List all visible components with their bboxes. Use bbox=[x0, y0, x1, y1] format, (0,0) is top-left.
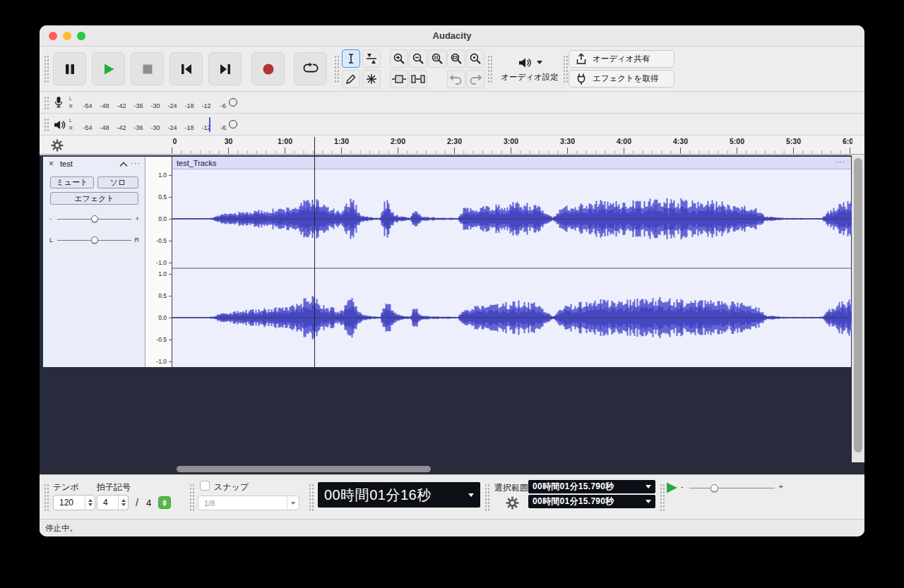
toolbar-grip[interactable] bbox=[44, 95, 49, 110]
audio-clip[interactable]: test_Tracks ··· bbox=[172, 157, 851, 367]
toolbar-grip[interactable] bbox=[189, 483, 194, 511]
track-menu-button[interactable]: ··· bbox=[131, 159, 141, 167]
clip-title-bar[interactable]: test_Tracks ··· bbox=[172, 157, 851, 169]
scale-label: 0.5 bbox=[158, 292, 167, 299]
zoom-out-button[interactable] bbox=[409, 49, 427, 68]
selection-options-button[interactable] bbox=[506, 496, 519, 510]
time-ruler[interactable]: 0301:001:302:002:303:003:304:004:305:005… bbox=[172, 136, 852, 154]
toolbar-grip[interactable] bbox=[563, 54, 568, 84]
pan-slider-thumb[interactable] bbox=[91, 236, 98, 244]
skip-to-start-button[interactable] bbox=[170, 52, 203, 85]
redo-button[interactable] bbox=[466, 70, 484, 88]
toolbar-grip[interactable] bbox=[44, 54, 49, 84]
minimize-window-button[interactable] bbox=[63, 32, 71, 40]
vertical-scrollbar-thumb[interactable] bbox=[854, 158, 862, 452]
pan-slider[interactable]: L R bbox=[47, 234, 141, 246]
close-window-button[interactable] bbox=[49, 32, 57, 40]
envelope-tool-button[interactable] bbox=[362, 49, 381, 68]
timesig-upper-spinbox[interactable]: 4 bbox=[97, 495, 129, 510]
chevron-up-icon bbox=[162, 500, 167, 503]
silence-audio-icon bbox=[411, 74, 425, 84]
audio-track[interactable]: × test ··· ミュート ソロ エフェクト - + L bbox=[42, 156, 852, 368]
toolbar-grip[interactable] bbox=[484, 483, 489, 511]
timeline-label: 30 bbox=[225, 137, 233, 145]
audacity-window: Audacity bbox=[40, 25, 864, 536]
playback-meter-toolbar[interactable]: LR -54-48-42-36-30-24-18-12-6 bbox=[40, 114, 864, 136]
speed-slider-thumb[interactable] bbox=[710, 484, 718, 492]
time-position-display[interactable]: 00時間01分16秒 bbox=[318, 482, 480, 508]
vertical-scrollbar[interactable] bbox=[852, 155, 864, 462]
play-button[interactable] bbox=[92, 52, 125, 85]
clip-name: test_Tracks bbox=[177, 159, 216, 167]
horizontal-scrollbar-thumb[interactable] bbox=[177, 466, 431, 472]
multi-tool-button[interactable] bbox=[362, 70, 381, 88]
chevron-down-icon bbox=[537, 61, 542, 64]
zoom-toggle-button[interactable] bbox=[466, 49, 484, 68]
top-toolbar: オーディオ設定 オーディオ共有 エフェクトを取得 bbox=[40, 47, 864, 92]
fit-selection-button[interactable] bbox=[428, 49, 446, 68]
undo-button[interactable] bbox=[447, 70, 465, 88]
share-audio-button[interactable]: オーディオ共有 bbox=[569, 50, 674, 68]
skip-to-end-button[interactable] bbox=[208, 52, 242, 85]
share-icon bbox=[575, 53, 588, 66]
track-collapse-button[interactable] bbox=[119, 162, 128, 167]
status-bar: 停止中。 bbox=[40, 519, 864, 536]
draw-tool-button[interactable] bbox=[342, 70, 360, 88]
audio-setup-button[interactable]: オーディオ設定 bbox=[494, 51, 565, 88]
effects-button[interactable]: エフェクト bbox=[50, 192, 138, 205]
meter-scale-label: -36 bbox=[130, 124, 147, 131]
gain-slider[interactable]: - + bbox=[47, 213, 141, 224]
tempo-spinbox[interactable]: 120 bbox=[53, 495, 95, 510]
mute-button[interactable]: ミュート bbox=[50, 176, 94, 188]
toolbar-grip[interactable] bbox=[44, 483, 49, 511]
window-title: Audacity bbox=[433, 30, 472, 41]
trim-audio-icon bbox=[392, 74, 406, 84]
meter-scale-label: -42 bbox=[113, 102, 130, 109]
snap-checkbox[interactable] bbox=[200, 481, 210, 491]
selection-tool-button[interactable] bbox=[342, 49, 360, 68]
ibeam-icon bbox=[345, 53, 357, 64]
loop-button[interactable] bbox=[294, 52, 327, 85]
timeline-label: 5:00 bbox=[730, 137, 744, 145]
stop-button[interactable] bbox=[131, 52, 164, 85]
play-at-speed-button[interactable] bbox=[664, 481, 679, 495]
gain-slider-thumb[interactable] bbox=[91, 215, 98, 222]
pause-button[interactable] bbox=[53, 52, 86, 85]
clip-menu-button[interactable]: ··· bbox=[835, 157, 845, 166]
track-name[interactable]: test bbox=[60, 160, 73, 168]
toolbar-grip[interactable] bbox=[309, 483, 314, 511]
timesig-upper-value: 4 bbox=[97, 498, 118, 508]
solo-button[interactable]: ソロ bbox=[97, 176, 138, 188]
vertical-scale-ruler[interactable]: 1.00.50.0-0.5-1.01.00.50.0-0.5-1.0 bbox=[145, 157, 172, 367]
plugin-icon bbox=[575, 73, 588, 85]
toolbar-grip[interactable] bbox=[487, 54, 492, 84]
toolbar-grip[interactable] bbox=[334, 54, 339, 84]
chevron-down-icon bbox=[291, 502, 295, 505]
snap-interval-combobox[interactable]: 1/8 bbox=[198, 496, 299, 510]
get-effects-button[interactable]: エフェクトを取得 bbox=[569, 70, 674, 88]
fit-project-button[interactable] bbox=[447, 49, 465, 68]
zoom-in-button[interactable] bbox=[390, 49, 408, 68]
trim-audio-button[interactable] bbox=[390, 70, 408, 88]
selection-end-field[interactable]: 00時間01分15.790秒 bbox=[528, 495, 655, 508]
zoom-window-button[interactable] bbox=[77, 32, 85, 40]
timeline-label: 2:00 bbox=[391, 137, 405, 145]
combo-arrow[interactable] bbox=[287, 496, 299, 510]
timeline-options-button[interactable] bbox=[49, 138, 65, 153]
silence-audio-button[interactable] bbox=[409, 70, 427, 88]
audio-setup-label: オーディオ設定 bbox=[501, 72, 559, 83]
timeline-ruler[interactable]: 0301:001:302:002:303:003:304:004:305:005… bbox=[40, 136, 864, 155]
timesig-lower-dropdown[interactable] bbox=[158, 496, 171, 509]
tempo-stepper[interactable] bbox=[85, 496, 95, 510]
waveform[interactable] bbox=[172, 169, 852, 367]
track-close-button[interactable]: × bbox=[49, 159, 54, 169]
speaker-icon bbox=[518, 56, 533, 69]
selection-start-field[interactable]: 00時間01分15.790秒 bbox=[528, 480, 655, 493]
toolbar-grip[interactable] bbox=[44, 117, 49, 132]
timesig-upper-stepper[interactable] bbox=[118, 496, 128, 510]
title-bar[interactable]: Audacity bbox=[40, 25, 864, 47]
recording-meter-toolbar[interactable]: LR -54-48-42-36-30-24-18-12-6 bbox=[40, 92, 864, 114]
record-button[interactable] bbox=[251, 52, 285, 85]
playback-speed-slider[interactable]: - + bbox=[681, 480, 783, 496]
record-icon bbox=[261, 62, 275, 76]
